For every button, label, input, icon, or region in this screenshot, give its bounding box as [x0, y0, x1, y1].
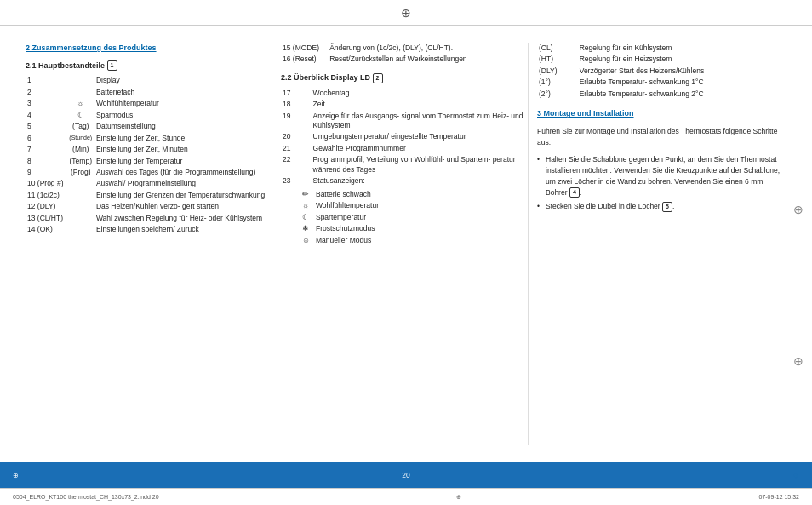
table-row: 8 (Temp) Einstellung der Temperatur: [26, 156, 272, 167]
col-middle: 15 (MODE) Änderung von (1c/2c), (DLY), (…: [272, 43, 528, 445]
table-row: 5 (Tag) Datumseinstellung: [26, 121, 272, 132]
section3-wrapper: 3 Montage und Installation Führen Sie zu…: [537, 108, 786, 212]
bottom-bar: ⊕ 20 ⊕: [0, 462, 812, 488]
table-row: 20 Umgebungstemperatur/ eingestellte Tem…: [281, 131, 528, 142]
table-row: ☾ Spartemperatur: [298, 212, 545, 223]
items-table-bottom: 17 Wochentag 18 Zeit 19 Anzeige für das …: [281, 88, 528, 187]
col-left: 2 Zusammensetzung des Produktes 2.1 Haup…: [26, 43, 272, 445]
table-row: (1°) Erlaubte Temperatur- schwankung 1°C: [537, 77, 786, 88]
table-row: 3 ☼ Wohlfühltemperatur: [26, 98, 272, 109]
table-row: 23 Statusanzeigen:: [281, 175, 528, 187]
bottom-icon: ⊕: [13, 472, 19, 479]
table-row: (HT) Regelung für ein Heizsystem: [537, 54, 786, 65]
status-table: ✏ Batterie schwach ☼ Wohlfühltemperatur …: [298, 189, 545, 246]
badge-1: 1: [107, 60, 117, 71]
table-row: (CL) Regelung für ein Kühlsystem: [537, 43, 786, 54]
table-row: 13 (CL/HT) Wahl zwischen Regelung für He…: [26, 213, 272, 224]
moon-icon: ☾: [302, 213, 309, 221]
table-row: 4 ☾ Sparmodus: [26, 110, 272, 121]
table-row: 22 Programmprofil, Verteilung von Wohlfü…: [281, 154, 528, 175]
content-area: 2 Zusammensetzung des Produktes 2.1 Haup…: [0, 26, 812, 462]
table-row: 19 Anzeige für das Ausgangs- signal vom …: [281, 111, 528, 132]
crosshair-top-icon: ⊕: [401, 6, 411, 20]
top-bar: ⊕: [0, 0, 812, 26]
subsection2-title: 2.2 Überblick Display LD 2: [281, 72, 528, 83]
table-row: 2 Batteriefach: [26, 87, 272, 98]
footer-bar: 0504_ELRO_KT100 thermostat_CH_130x73_2.i…: [0, 488, 812, 505]
table-row: 7 (Min) Einstellung der Zeit, Minuten: [26, 144, 272, 155]
list-item: Halten Sie die Schablone gegen den Punkt…: [537, 154, 786, 198]
items-table-left: 1 Display 2 Batteriefach 3 ☼ Wohlfühltem…: [26, 75, 272, 236]
table-row: (DLY) Verzögerter Start des Heizens/Kühl…: [537, 66, 786, 77]
page: ⊕ 2 Zusammensetzung des Produktes 2.1 Ha…: [0, 0, 812, 505]
items-table-top: 15 (MODE) Änderung von (1c/2c), (DLY), (…: [281, 43, 528, 66]
table-row: 21 Gewählte Programmnummer: [281, 143, 528, 154]
bottom-icon-right: ⊕: [793, 472, 799, 479]
table-row: 14 (OK) Einstellungen speichern/ Zurück: [26, 224, 272, 235]
list-item: Stecken Sie die Dübel in die Löcher 5.: [537, 201, 786, 212]
bullet-list: Halten Sie die Schablone gegen den Punkt…: [537, 154, 786, 212]
sun-icon: ☼: [77, 99, 84, 107]
table-row: 17 Wochentag: [281, 88, 528, 99]
badge-2: 2: [373, 73, 383, 83]
section2-title: 2 Zusammensetzung des Produktes: [26, 43, 272, 54]
definition-table: (CL) Regelung für ein Kühlsystem (HT) Re…: [537, 43, 786, 100]
table-row: (2°) Erlaubte Temperatur- schwankung 2°C: [537, 89, 786, 100]
moon-icon: ☾: [77, 111, 84, 119]
section3-intro: Führen Sie zur Montage und Installation …: [537, 126, 786, 148]
manual-icon: ☺: [302, 236, 310, 244]
table-row: ☺ Manueller Modus: [298, 235, 545, 246]
table-row: ☼ Wohlfühltemperatur: [298, 200, 545, 211]
badge-4: 4: [569, 187, 580, 198]
table-row: 11 (1c/2c) Einstellung der Grenzen der T…: [26, 190, 272, 201]
snowflake-icon: ❄: [302, 224, 309, 232]
table-row: 15 (MODE) Änderung von (1c/2c), (DLY), (…: [281, 43, 528, 54]
table-row: 1 Display: [26, 75, 272, 86]
table-row: 10 (Prog #) Auswahl/ Programmeinstellung: [26, 178, 272, 189]
crosshair-right-icon: ⊕: [793, 202, 803, 219]
subsection1-title: 2.1 Hauptbestandteile 1: [26, 60, 272, 72]
table-row: 16 (Reset) Reset/Zurückstellen auf Werke…: [281, 54, 528, 65]
table-row: ✏ Batterie schwach: [298, 189, 545, 200]
table-row: 6 (Stunde) Einstellung der Zeit, Stunde: [26, 133, 272, 144]
sun-icon: ☼: [303, 201, 310, 209]
badge-5: 5: [662, 202, 672, 212]
col-right: (CL) Regelung für ein Kühlsystem (HT) Re…: [528, 43, 786, 445]
pencil-icon: ✏: [302, 190, 309, 198]
crosshair-footer: ⊕: [456, 494, 461, 501]
footer-right: 07-09-12 15:32: [759, 494, 799, 500]
table-row: 12 (DLY) Das Heizen/Kühlen verzö- gert s…: [26, 201, 272, 212]
table-row: ❄ Frostschutzmodus: [298, 223, 545, 234]
table-row: 9 (Prog) Auswahl des Tages (für die Prog…: [26, 167, 272, 178]
page-number: 20: [19, 471, 793, 479]
table-row: 18 Zeit: [281, 99, 528, 110]
crosshair-right-icon2: ⊕: [793, 353, 803, 370]
section3-title: 3 Montage und Installation: [537, 108, 786, 119]
footer-left: 0504_ELRO_KT100 thermostat_CH_130x73_2.i…: [13, 494, 159, 500]
